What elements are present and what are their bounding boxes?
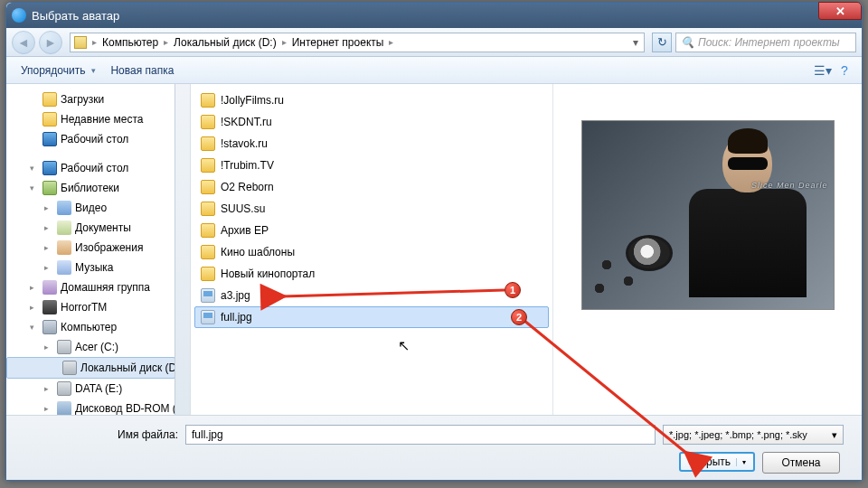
grp-icon <box>42 280 57 295</box>
dialog-footer: Имя файла: *.jpg; *.jpeg; *.bmp; *.png; … <box>6 415 862 480</box>
img-icon <box>57 240 71 255</box>
file-item[interactable]: a3.jpg <box>194 285 549 306</box>
close-button[interactable]: ✕ <box>818 2 862 20</box>
folder-icon <box>201 93 215 108</box>
tree-item[interactable]: Недавние места <box>6 109 190 129</box>
tree-item[interactable]: ▸Домашняя группа <box>6 277 190 297</box>
desktop-icon <box>42 132 57 146</box>
preview-image: Slice Men Dearle <box>581 120 835 310</box>
drive-icon <box>62 361 77 375</box>
new-folder-button[interactable]: Новая папка <box>103 61 181 80</box>
titlebar[interactable]: Выбрать аватар ✕ <box>6 3 862 28</box>
breadcrumb-part[interactable]: Локальный диск (D:) <box>170 36 280 49</box>
folder-icon <box>201 115 215 129</box>
annotation-badge-1: 1 <box>505 282 521 298</box>
bd-icon <box>57 401 71 415</box>
tree-item[interactable]: ▸DATA (E:) <box>6 379 190 399</box>
breadcrumb[interactable]: ▸ Компьютер ▸ Локальный диск (D:) ▸ Инте… <box>70 33 645 52</box>
file-item[interactable]: !JollyFilms.ru <box>194 89 549 111</box>
tree-item[interactable]: ▸Изображения <box>6 238 190 258</box>
tree-item[interactable]: Загрузки <box>6 89 190 109</box>
tree-item[interactable]: ▾Компьютер <box>6 317 190 337</box>
refresh-button[interactable]: ↻ <box>652 33 672 52</box>
tree-item[interactable]: ▸Документы <box>6 218 190 238</box>
annotation-badge-2: 2 <box>511 309 527 325</box>
folder-icon <box>201 180 215 194</box>
file-item[interactable]: O2 Reborn <box>194 176 549 198</box>
file-item[interactable]: !stavok.ru <box>194 133 549 155</box>
file-item[interactable]: Архив ЕР <box>194 220 549 241</box>
doc-icon <box>57 221 71 235</box>
tree-item[interactable]: ▸Музыка <box>6 258 190 277</box>
tree-item[interactable]: ▸Acer (C:) <box>6 337 190 357</box>
mus-icon <box>57 260 71 275</box>
desktop-icon <box>42 161 57 175</box>
tree-item[interactable]: ▸Дисковод BD-ROM (I <box>6 399 190 415</box>
folder-icon <box>201 136 215 151</box>
tm-icon <box>42 300 57 314</box>
preview-caption: Slice Men Dearle <box>751 181 828 190</box>
back-button[interactable]: ◄ <box>12 31 35 54</box>
breadcrumb-part[interactable]: Интернет проекты <box>288 36 388 49</box>
file-list[interactable]: !JollyFilms.ru!SKDNT.ru!stavok.ru!Trubim… <box>191 84 552 415</box>
lib-icon <box>42 181 57 195</box>
folder-icon <box>201 223 215 238</box>
view-options-icon[interactable]: ☰▾ <box>813 61 833 80</box>
pc-icon <box>42 320 57 334</box>
search-input[interactable]: 🔍 Поиск: Интернет проекты <box>675 33 856 52</box>
skype-icon <box>12 8 26 23</box>
search-placeholder: Поиск: Интернет проекты <box>698 36 840 49</box>
drive-icon <box>57 340 71 354</box>
folder-icon <box>201 202 215 216</box>
file-dialog-window: Выбрать аватар ✕ ◄ ► ▸ Компьютер ▸ Локал… <box>5 2 863 481</box>
filetype-dropdown[interactable]: *.jpg; *.jpeg; *.bmp; *.png; *.sky▾ <box>663 425 844 445</box>
drive-icon <box>57 381 71 396</box>
filename-input[interactable] <box>185 425 656 445</box>
folder-icon <box>42 92 57 107</box>
help-icon[interactable]: ? <box>835 61 854 80</box>
file-item[interactable]: Кино шаблоны <box>194 241 549 263</box>
cancel-button[interactable]: Отмена <box>762 452 840 474</box>
file-item[interactable]: full.jpg <box>194 306 549 328</box>
vid-icon <box>57 201 71 215</box>
tree-item[interactable]: Локальный диск (D: <box>6 357 175 379</box>
organize-menu[interactable]: Упорядочить <box>14 61 103 80</box>
toolbar: Упорядочить Новая папка ☰▾ ? <box>6 57 862 84</box>
tree-item[interactable]: ▸Видео <box>6 198 190 218</box>
forward-button[interactable]: ► <box>39 31 62 54</box>
file-item[interactable]: !Trubim.TV <box>194 155 549 176</box>
open-button[interactable]: Открыть <box>679 452 755 472</box>
folder-icon <box>42 112 57 127</box>
tree-item[interactable]: ▸HorrorTM <box>6 297 190 317</box>
tree-item[interactable]: ▾Рабочий стол <box>6 158 190 178</box>
breadcrumb-part[interactable]: Компьютер <box>99 36 162 49</box>
window-title: Выбрать аватар <box>32 9 119 23</box>
file-item[interactable]: SUUS.su <box>194 198 549 220</box>
jpg-icon <box>201 288 215 303</box>
tree-item[interactable]: ▾Библиотеки <box>6 178 190 198</box>
file-item[interactable]: Новый кинопортал <box>194 263 549 285</box>
folder-icon <box>74 36 87 49</box>
preview-pane: Slice Men Dearle <box>552 84 862 415</box>
cursor-icon: ↖ <box>398 337 410 354</box>
file-item[interactable]: !SKDNT.ru <box>194 111 549 133</box>
folder-icon <box>201 245 215 259</box>
folder-icon <box>201 267 215 281</box>
jpg-icon <box>201 310 215 324</box>
nav-bar: ◄ ► ▸ Компьютер ▸ Локальный диск (D:) ▸ … <box>6 28 862 57</box>
filename-label: Имя файла: <box>24 428 178 441</box>
folder-icon <box>201 158 215 173</box>
folder-tree[interactable]: ЗагрузкиНедавние местаРабочий стол▾Рабоч… <box>6 84 191 415</box>
tree-item[interactable]: Рабочий стол <box>6 129 190 149</box>
